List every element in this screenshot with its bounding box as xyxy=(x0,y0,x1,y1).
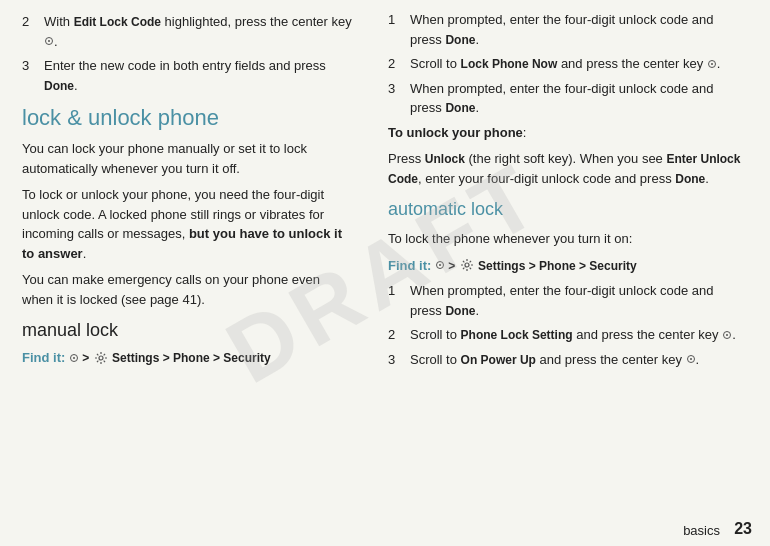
edit-lock-code-label: Edit Lock Code xyxy=(74,15,161,29)
auto-step-2: 2 Scroll to Phone Lock Setting and press… xyxy=(388,325,748,345)
find-it-path-text-left: Settings > Phone > Security xyxy=(112,351,271,365)
lock-unlock-title: lock & unlock phone xyxy=(22,105,352,131)
done-label-left: Done xyxy=(44,79,74,93)
svg-point-0 xyxy=(99,356,103,360)
find-it-path-right: > Settings > Phone > Security xyxy=(435,259,637,273)
step-3-left: 3 Enter the new code in both entry field… xyxy=(22,56,352,95)
step-2-left-num: 2 xyxy=(22,12,40,32)
settings-icon-left xyxy=(94,351,108,365)
find-it-left: Find it: > Settings > Phone > Security xyxy=(22,348,352,368)
auto-step-2-text: Scroll to Phone Lock Setting and press t… xyxy=(410,325,748,345)
phone-lock-setting-label: Phone Lock Setting xyxy=(461,328,573,342)
find-it-label-right: Find it: xyxy=(388,258,431,273)
auto-step-2-num: 2 xyxy=(388,325,406,345)
auto-step-3-text: Scroll to On Power Up and press the cent… xyxy=(410,350,748,370)
to-unlock-label: To unlock your phone xyxy=(388,125,523,140)
find-it-label-left: Find it: xyxy=(22,350,65,365)
find-it-path-text-right: Settings > Phone > Security xyxy=(478,259,637,273)
step-1-right-text: When prompted, enter the four-digit unlo… xyxy=(410,10,748,49)
page-number: 23 xyxy=(734,520,752,538)
center-key-icon xyxy=(45,37,53,45)
center-key-icon-a3 xyxy=(687,355,695,363)
step-3-right-num: 3 xyxy=(388,79,406,99)
footer-label: basics xyxy=(683,523,720,538)
done-r3: Done xyxy=(445,101,475,115)
lock-phone-now-label: Lock Phone Now xyxy=(461,57,558,71)
lock-para-3: You can make emergency calls on your pho… xyxy=(22,270,352,309)
page-container: DRAFT 2 With Edit Lock Code highlighted,… xyxy=(0,0,770,546)
center-key-icon-a2 xyxy=(723,331,731,339)
step-2-right-num: 2 xyxy=(388,54,406,74)
done-r1: Done xyxy=(445,33,475,47)
done-a1: Done xyxy=(445,304,475,318)
right-column: 1 When prompted, enter the four-digit un… xyxy=(370,0,770,546)
unlock-label: Unlock xyxy=(425,152,465,166)
auto-lock-title: automatic lock xyxy=(388,196,748,223)
auto-step-1: 1 When prompted, enter the four-digit un… xyxy=(388,281,748,320)
to-unlock-heading: To unlock your phone: xyxy=(388,123,748,143)
step-3-left-text: Enter the new code in both entry fields … xyxy=(44,56,352,95)
step-3-left-num: 3 xyxy=(22,56,40,76)
to-unlock-text: Press Unlock (the right soft key). When … xyxy=(388,149,748,188)
auto-step-1-num: 1 xyxy=(388,281,406,301)
step-1-right: 1 When prompted, enter the four-digit un… xyxy=(388,10,748,49)
find-it-path-left: > Settings > Phone > Security xyxy=(69,351,271,365)
step-2-right-text: Scroll to Lock Phone Now and press the c… xyxy=(410,54,748,74)
manual-lock-title: manual lock xyxy=(22,317,352,344)
auto-lock-desc: To lock the phone whenever you turn it o… xyxy=(388,229,748,249)
lock-para-2: To lock or unlock your phone, you need t… xyxy=(22,185,352,263)
done-unlock: Done xyxy=(675,172,705,186)
auto-step-3: 3 Scroll to On Power Up and press the ce… xyxy=(388,350,748,370)
nav-dot-icon-1 xyxy=(70,354,78,362)
svg-point-1 xyxy=(465,263,469,267)
step-2-left: 2 With Edit Lock Code highlighted, press… xyxy=(22,12,352,51)
step-3-right-text: When prompted, enter the four-digit unlo… xyxy=(410,79,748,118)
step-1-right-num: 1 xyxy=(388,10,406,30)
center-key-icon-r2 xyxy=(708,60,716,68)
step-2-right: 2 Scroll to Lock Phone Now and press the… xyxy=(388,54,748,74)
lock-bold-text: but you have to unlock it to answer xyxy=(22,226,342,261)
step-3-right: 3 When prompted, enter the four-digit un… xyxy=(388,79,748,118)
find-it-right: Find it: > Settings > Phone > Security xyxy=(388,256,748,276)
step-2-left-text: With Edit Lock Code highlighted, press t… xyxy=(44,12,352,51)
auto-step-1-text: When prompted, enter the four-digit unlo… xyxy=(410,281,748,320)
left-column: 2 With Edit Lock Code highlighted, press… xyxy=(0,0,370,546)
settings-icon-right xyxy=(460,258,474,272)
nav-dot-icon-2 xyxy=(436,261,444,269)
auto-step-3-num: 3 xyxy=(388,350,406,370)
lock-para-1: You can lock your phone manually or set … xyxy=(22,139,352,178)
on-power-up-label: On Power Up xyxy=(461,353,536,367)
